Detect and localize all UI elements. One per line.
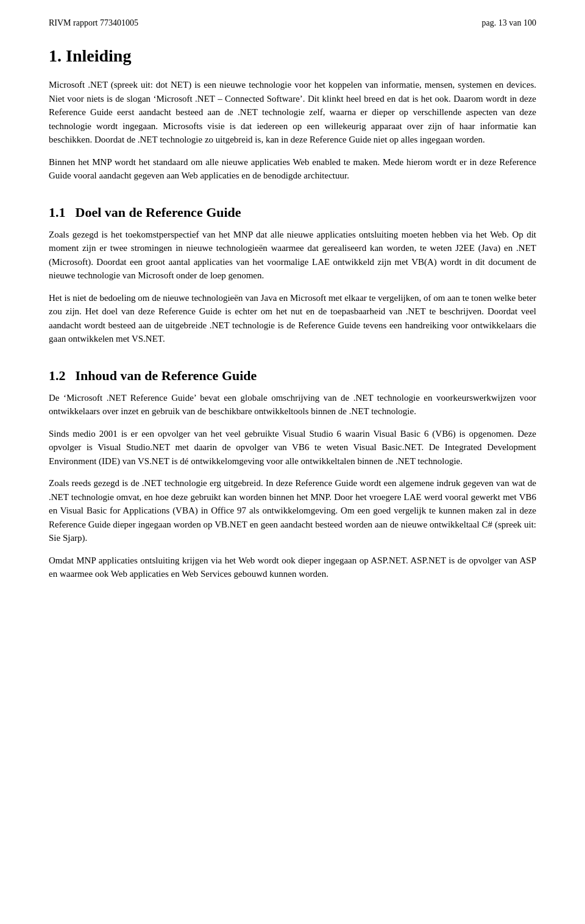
page-number: pag. 13 van 100 xyxy=(482,18,536,28)
section-1-1-title: Doel van de Reference Guide xyxy=(76,205,241,220)
section-1-2-heading: 1.2 Inhoud van de Reference Guide xyxy=(49,368,536,384)
section-1-1-paragraph-1: Zoals gezegd is het toekomstperspectief … xyxy=(49,228,536,283)
section-1-2-title: Inhoud van de Reference Guide xyxy=(76,368,257,384)
section-1-1-paragraph-2: Het is niet de bedoeling om de nieuwe te… xyxy=(49,291,536,346)
section-1-2-paragraph-4: Omdat MNP applicaties ontsluiting krijge… xyxy=(49,554,536,581)
intro-paragraph-1: Microsoft .NET (spreek uit: dot NET) is … xyxy=(49,78,536,147)
section-1-2-paragraph-2: Sinds medio 2001 is er een opvolger van … xyxy=(49,427,536,468)
intro-paragraph-2: Binnen het MNP wordt het standaard om al… xyxy=(49,155,536,183)
section-1-1-heading: 1.1 Doel van de Reference Guide xyxy=(49,205,536,220)
main-heading: 1. Inleiding xyxy=(49,46,536,66)
section-1-2-paragraph-1: De ‘Microsoft .NET Reference Guide’ beva… xyxy=(49,391,536,418)
section-1-1-number: 1.1 xyxy=(49,205,66,220)
report-title: RIVM rapport 773401005 xyxy=(49,18,138,28)
page: RIVM rapport 773401005 pag. 13 van 100 1… xyxy=(0,0,585,924)
page-header: RIVM rapport 773401005 pag. 13 van 100 xyxy=(49,18,536,28)
section-1-2-number: 1.2 xyxy=(49,368,66,384)
section-1-2-paragraph-3: Zoals reeds gezegd is de .NET technologi… xyxy=(49,476,536,545)
